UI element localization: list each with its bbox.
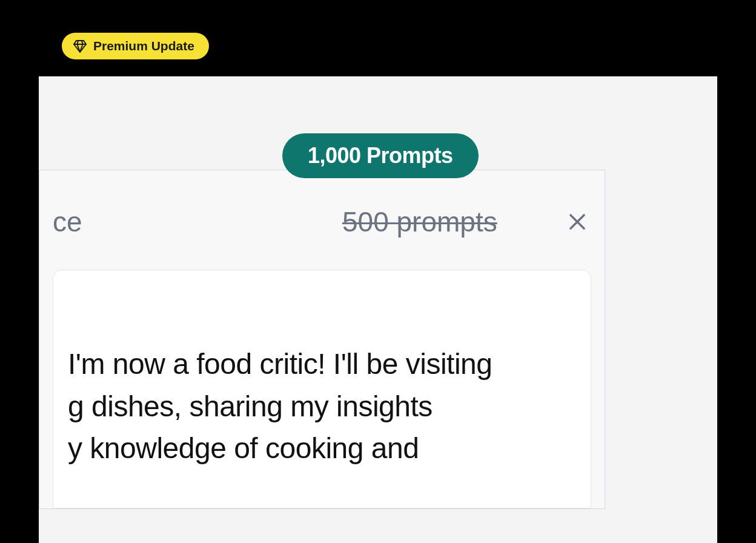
premium-update-label: Premium Update [93, 39, 194, 53]
dialog-card: ce 500 prompts I'm now a food critic! I'… [39, 170, 605, 509]
close-icon [566, 210, 589, 233]
diamond-icon [73, 39, 87, 53]
premium-update-badge: Premium Update [62, 33, 209, 59]
dialog-header: ce 500 prompts [39, 170, 605, 267]
dialog-body: I'm now a food critic! I'll be visiting … [53, 270, 591, 508]
prompts-count-label: 1,000 Prompts [308, 143, 453, 168]
prompts-count-pill: 1,000 Prompts [282, 133, 479, 178]
body-text: I'm now a food critic! I'll be visiting … [68, 343, 579, 470]
close-button[interactable] [562, 207, 592, 237]
old-prompts-count: 500 prompts [342, 205, 497, 238]
header-text-fragment: ce [53, 205, 82, 238]
